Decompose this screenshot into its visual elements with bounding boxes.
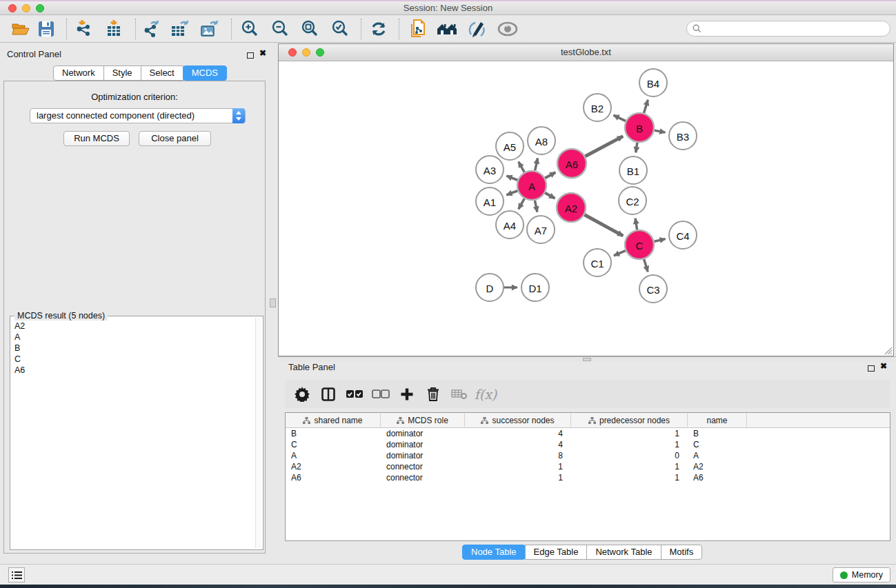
- zoom-in-button[interactable]: [238, 17, 261, 41]
- table-cell[interactable]: 1: [465, 473, 571, 483]
- table-row[interactable]: A6connector11A6: [286, 472, 890, 483]
- show-columns-button[interactable]: [315, 380, 341, 408]
- select-all-button[interactable]: [341, 380, 368, 408]
- tab-node-table[interactable]: Node Table: [462, 545, 526, 560]
- graph-edge-C-C2[interactable]: [635, 219, 637, 230]
- graph-edge-A-A5[interactable]: [519, 162, 525, 172]
- graph-node-C2[interactable]: C2: [619, 187, 646, 214]
- task-history-button[interactable]: [8, 567, 25, 582]
- tab-motifs[interactable]: Motifs: [661, 545, 703, 560]
- graph-edge-C-C1[interactable]: [614, 251, 626, 256]
- mcds-result-item[interactable]: A6: [14, 365, 25, 376]
- zoom-out-button[interactable]: [268, 17, 292, 41]
- table-cell[interactable]: 4: [465, 440, 571, 449]
- birdseye-view-button[interactable]: [496, 17, 519, 41]
- graph-edge-C-C3[interactable]: [644, 259, 648, 272]
- refresh-button[interactable]: [367, 17, 390, 41]
- create-column-button[interactable]: [394, 380, 420, 408]
- graph-edge-A-A7[interactable]: [535, 201, 537, 212]
- graph-node-C1[interactable]: C1: [584, 249, 611, 276]
- column-header-successor-nodes[interactable]: successor nodes: [465, 413, 571, 428]
- graph-edge-B-B2[interactable]: [613, 115, 626, 121]
- graph-node-C[interactable]: C: [625, 230, 654, 259]
- column-header-shared-name[interactable]: shared name: [286, 413, 381, 428]
- table-row[interactable]: A2connector11A2: [286, 461, 890, 472]
- table-cell[interactable]: A: [688, 451, 747, 460]
- export-table-button[interactable]: [168, 17, 192, 41]
- table-cell[interactable]: A: [286, 451, 381, 460]
- column-header-predecessor-nodes[interactable]: predecessor nodes: [571, 413, 688, 428]
- open-session-button[interactable]: [9, 17, 32, 41]
- resize-grip-icon[interactable]: [883, 345, 893, 355]
- table-cell[interactable]: C: [688, 440, 747, 449]
- network-zoom-traffic-light[interactable]: [316, 48, 324, 57]
- network-minimize-traffic-light[interactable]: [302, 48, 310, 57]
- table-cell[interactable]: 1: [571, 440, 688, 449]
- table-cell[interactable]: 1: [465, 462, 571, 472]
- graph-node-A7[interactable]: A7: [527, 216, 555, 243]
- table-options-button[interactable]: [289, 380, 315, 408]
- graph-node-B3[interactable]: B3: [669, 122, 697, 150]
- zoom-fit-button[interactable]: [298, 17, 321, 41]
- vertical-splitter-handle[interactable]: [270, 298, 276, 307]
- table-cell[interactable]: A6: [286, 473, 381, 483]
- network-file-button[interactable]: [406, 17, 430, 41]
- minimize-traffic-light[interactable]: [22, 4, 30, 12]
- table-cell[interactable]: 1: [571, 429, 688, 438]
- tab-select[interactable]: Select: [141, 65, 183, 81]
- table-cell[interactable]: 8: [465, 451, 571, 460]
- mcds-result-item[interactable]: A2: [14, 321, 25, 332]
- table-cell[interactable]: connector: [381, 462, 465, 472]
- network-close-traffic-light[interactable]: [288, 48, 297, 57]
- graph-node-A5[interactable]: A5: [496, 132, 524, 160]
- delete-table-button[interactable]: [446, 380, 472, 408]
- search-field[interactable]: [686, 21, 890, 37]
- horizontal-splitter-handle[interactable]: [583, 358, 591, 361]
- home-button[interactable]: [435, 17, 459, 41]
- table-row[interactable]: Cdominator41C: [286, 439, 890, 450]
- graph-node-C3[interactable]: C3: [639, 275, 667, 303]
- table-row[interactable]: Bdominator41B: [286, 428, 890, 439]
- graphics-details-button[interactable]: [465, 17, 488, 41]
- graph-node-A2[interactable]: A2: [557, 193, 586, 222]
- table-cell[interactable]: A2: [286, 462, 381, 472]
- export-network-button[interactable]: [139, 17, 163, 41]
- graph-node-C4[interactable]: C4: [669, 221, 697, 249]
- table-cell[interactable]: C: [286, 440, 381, 449]
- graph-node-A8[interactable]: A8: [528, 127, 555, 154]
- deselect-all-button[interactable]: [368, 380, 394, 408]
- delete-column-button[interactable]: [420, 380, 446, 408]
- graph-edge-A-A6[interactable]: [545, 172, 555, 178]
- graph-edge-B-B1[interactable]: [636, 143, 637, 152]
- graph-node-B1[interactable]: B1: [619, 156, 647, 184]
- control-panel-float-button[interactable]: [247, 49, 254, 61]
- graph-node-B[interactable]: B: [625, 113, 654, 142]
- graph-node-D1[interactable]: D1: [521, 274, 549, 301]
- control-panel-close-button[interactable]: ✖: [259, 50, 266, 57]
- table-panel-float-button[interactable]: [868, 362, 875, 374]
- close-panel-button[interactable]: Close panel: [139, 131, 211, 146]
- graph-edge-A-A3[interactable]: [506, 176, 517, 180]
- graph-edge-C-C4[interactable]: [654, 239, 665, 242]
- graph-edge-A-A4[interactable]: [519, 199, 525, 209]
- graph-node-A[interactable]: A: [517, 171, 546, 200]
- memory-button[interactable]: Memory: [833, 567, 890, 582]
- function-builder-button[interactable]: f(x): [472, 380, 499, 408]
- graph-edge-A-A2[interactable]: [545, 193, 555, 199]
- graph-node-A1[interactable]: A1: [476, 187, 504, 215]
- zoom-selected-button[interactable]: [328, 17, 352, 41]
- mcds-result-item[interactable]: C: [14, 354, 25, 365]
- search-input[interactable]: [701, 23, 890, 35]
- table-cell[interactable]: A2: [688, 462, 747, 472]
- table-cell[interactable]: B: [688, 429, 747, 438]
- graph-node-D[interactable]: D: [476, 274, 504, 301]
- network-window-titlebar[interactable]: testGlobe.txt: [279, 44, 893, 61]
- graph-edge-B-B4[interactable]: [644, 100, 648, 113]
- zoom-traffic-light[interactable]: [36, 4, 44, 12]
- column-header-mcds-role[interactable]: MCDS role: [381, 413, 465, 428]
- mcds-result-item[interactable]: B: [14, 343, 25, 354]
- graph-edge-A6-B[interactable]: [585, 136, 623, 156]
- graph-edge-A-A8[interactable]: [535, 158, 538, 170]
- save-session-button[interactable]: [34, 17, 58, 41]
- export-image-button[interactable]: [198, 17, 221, 41]
